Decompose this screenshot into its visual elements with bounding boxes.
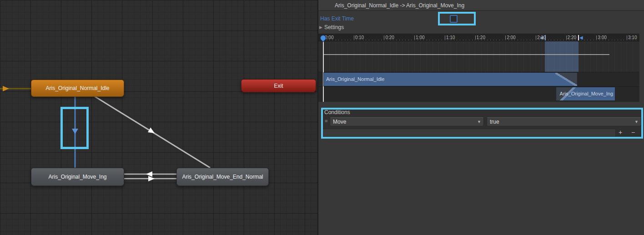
transition-timeline[interactable]: 0:000:100:201:001:101:202:002:102:203:00… xyxy=(318,34,639,101)
transition-end-marker-icon[interactable]: ◀ xyxy=(579,35,583,40)
destination-clip-block[interactable]: Aris_Original_Move_Ing xyxy=(556,87,615,101)
state-node-move-ing[interactable]: Aris_Original_Move_Ing xyxy=(31,168,124,186)
highlight-box-checkbox xyxy=(438,12,476,25)
timeline-grid-minor xyxy=(323,41,637,72)
blend-curve-line xyxy=(323,54,609,55)
settings-foldout[interactable]: ▶Settings xyxy=(319,24,344,30)
transition-arrow-left-icon xyxy=(146,171,152,177)
source-clip-ramp xyxy=(555,73,577,86)
state-node-normal-idle[interactable]: Aris_Original_Normal_Idle xyxy=(31,80,124,97)
animator-window: Aris_Original_Normal_Idle Exit Aris_Orig… xyxy=(0,0,644,235)
highlight-box-transition xyxy=(60,107,89,149)
destination-clip-label: Aris_Original_Move_Ing xyxy=(560,91,613,96)
foldout-triangle-icon: ▶ xyxy=(319,25,322,30)
transition-arrow-right-icon xyxy=(148,176,155,181)
transition-lines-layer xyxy=(0,0,318,235)
timeline-ruler[interactable]: 0:000:100:201:001:101:202:002:102:203:00… xyxy=(318,34,639,41)
source-clip-label: Aris_Original_Normal_Idle xyxy=(326,76,384,82)
transition-end-marker[interactable] xyxy=(578,35,579,40)
transition-start-marker-icon[interactable]: ◀ xyxy=(540,35,543,40)
has-exit-time-label: Has Exit Time xyxy=(320,15,354,22)
source-clip-block[interactable]: Aris_Original_Normal_Idle xyxy=(323,72,578,86)
highlight-box-conditions xyxy=(321,108,643,139)
transition-title: Aris_Original_Normal_Idle -> Aris_Origin… xyxy=(335,2,464,9)
timeline-minor-ticks xyxy=(323,40,638,40)
inspector-header: Aris_Original_Normal_Idle -> Aris_Origin… xyxy=(318,0,644,11)
settings-label: Settings xyxy=(324,24,344,30)
state-node-move-end-normal[interactable]: Aris_Original_Move_End_Normal xyxy=(176,168,269,186)
entry-transition-arrow-icon xyxy=(3,86,9,91)
transition-start-marker[interactable] xyxy=(545,35,546,40)
state-node-exit[interactable]: Exit xyxy=(241,79,316,92)
state-machine-canvas[interactable]: Aris_Original_Normal_Idle Exit Aris_Orig… xyxy=(0,0,318,235)
playhead-line xyxy=(323,40,324,102)
